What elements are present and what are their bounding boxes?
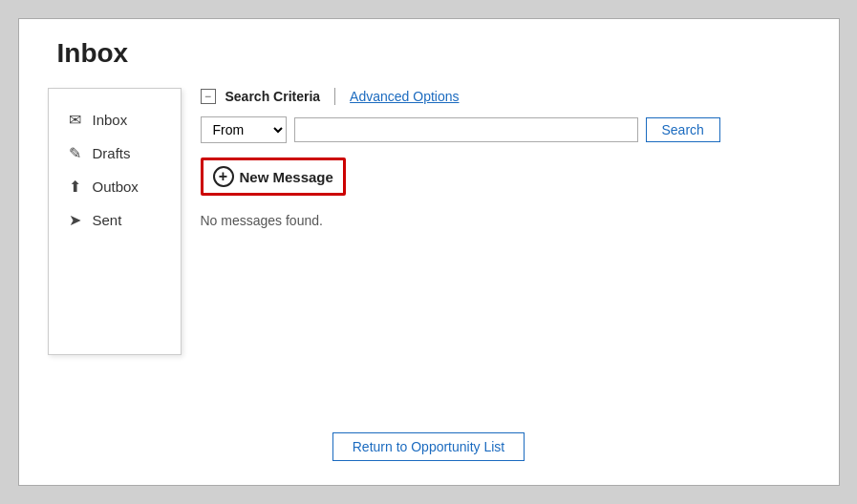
return-to-opportunity-list-button[interactable]: Return to Opportunity List [332,432,525,461]
inbox-icon: ✉ [66,111,85,129]
search-input[interactable] [294,117,638,142]
new-message-label: New Message [240,169,333,185]
outbox-icon: ⬆ [66,178,85,196]
sidebar-item-sent-label: Sent [93,212,122,228]
content-area: − Search Criteria Advanced Options From … [182,88,810,355]
sidebar-item-inbox-label: Inbox [93,112,128,128]
sidebar-item-drafts-label: Drafts [93,145,131,161]
sidebar-item-inbox[interactable]: ✉ Inbox [49,103,181,136]
main-layout: ✉ Inbox ✎ Drafts ⬆ Outbox ➤ Sent − Searc… [48,88,810,355]
drafts-icon: ✎ [66,144,85,162]
sent-icon: ➤ [66,211,85,229]
search-row: From To Subject Search [201,116,791,143]
sidebar-item-drafts[interactable]: ✎ Drafts [49,136,181,170]
sidebar: ✉ Inbox ✎ Drafts ⬆ Outbox ➤ Sent [48,88,182,355]
search-criteria-bar: − Search Criteria Advanced Options [201,88,791,105]
search-criteria-label: Search Criteria [225,89,321,104]
divider [334,88,335,105]
footer-bar: Return to Opportunity List [19,432,839,461]
main-window: Inbox ✉ Inbox ✎ Drafts ⬆ Outbox ➤ Sent [18,18,840,486]
page-title: Inbox [57,38,810,69]
sidebar-item-sent[interactable]: ➤ Sent [49,203,181,237]
collapse-button[interactable]: − [201,89,216,104]
new-message-button[interactable]: + New Message [213,166,333,187]
no-messages-text: No messages found. [201,213,791,228]
sidebar-item-outbox-label: Outbox [93,178,139,195]
new-message-highlight: + New Message [201,158,346,196]
search-button[interactable]: Search [646,117,720,142]
plus-circle-icon: + [213,166,234,187]
from-select[interactable]: From To Subject [201,116,287,143]
advanced-options-link[interactable]: Advanced Options [350,89,459,104]
sidebar-item-outbox[interactable]: ⬆ Outbox [49,170,181,203]
